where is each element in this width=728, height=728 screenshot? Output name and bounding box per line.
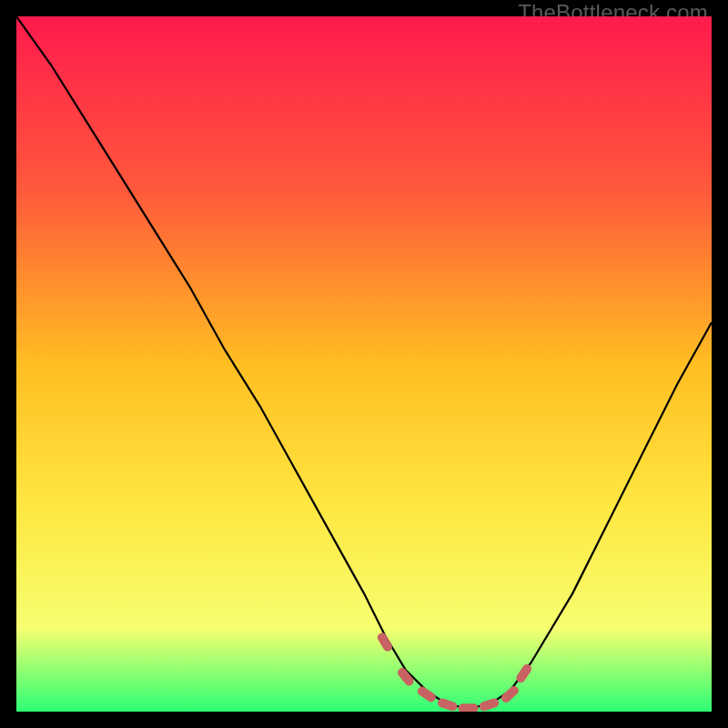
marker-dot (459, 703, 479, 712)
gradient-background (16, 16, 712, 712)
bottleneck-chart (16, 16, 712, 712)
chart-frame (16, 16, 712, 712)
